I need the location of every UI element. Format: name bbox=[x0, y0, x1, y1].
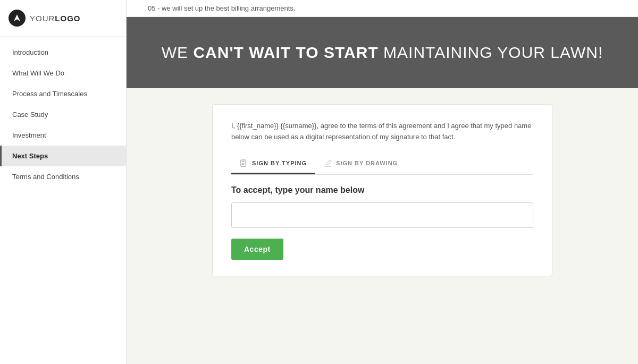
accept-label: To accept, type your name below bbox=[231, 185, 533, 195]
agreement-text: I, {{first_name}} {{surname}}, agree to … bbox=[231, 121, 533, 143]
book-icon bbox=[240, 159, 248, 167]
accept-button[interactable]: Accept bbox=[231, 239, 283, 260]
billing-text: 05 - we will set up the best billing arr… bbox=[148, 4, 295, 12]
logo-text: YOURLOGO bbox=[30, 14, 81, 23]
svg-marker-0 bbox=[14, 14, 20, 21]
sign-tabs: SIGN BY TYPING SIGN BY DRAWING bbox=[231, 154, 533, 175]
main-content: 05 - we will set up the best billing arr… bbox=[127, 0, 638, 364]
sidebar-item-terms-and-conditions[interactable]: Terms and Conditions bbox=[0, 166, 126, 187]
sidebar-item-investment[interactable]: Investment bbox=[0, 125, 126, 146]
hero-text: WE CAN'T WAIT TO START MAINTAINING YOUR … bbox=[148, 44, 617, 62]
sidebar-item-next-steps[interactable]: Next Steps bbox=[0, 146, 126, 166]
sidebar: YOURLOGO Introduction What Will We Do Pr… bbox=[0, 0, 127, 364]
signature-card: I, {{first_name}} {{surname}}, agree to … bbox=[212, 104, 552, 276]
top-bar: 05 - we will set up the best billing arr… bbox=[127, 0, 638, 17]
logo-area: YOURLOGO bbox=[0, 0, 126, 37]
tab-sign-by-typing[interactable]: SIGN BY TYPING bbox=[231, 154, 315, 174]
sidebar-item-introduction[interactable]: Introduction bbox=[0, 42, 126, 63]
content-area: I, {{first_name}} {{surname}}, agree to … bbox=[127, 88, 638, 364]
hero-banner: WE CAN'T WAIT TO START MAINTAINING YOUR … bbox=[127, 17, 638, 88]
tab-sign-by-drawing[interactable]: SIGN BY DRAWING bbox=[315, 154, 406, 174]
logo-icon bbox=[9, 10, 26, 27]
pen-icon bbox=[324, 159, 332, 167]
sidebar-item-what-will-we-do[interactable]: What Will We Do bbox=[0, 63, 126, 83]
sidebar-item-process-and-timescales[interactable]: Process and Timescales bbox=[0, 83, 126, 104]
name-input[interactable] bbox=[231, 202, 533, 228]
sidebar-nav: Introduction What Will We Do Process and… bbox=[0, 37, 126, 192]
sidebar-item-case-study[interactable]: Case Study bbox=[0, 104, 126, 125]
